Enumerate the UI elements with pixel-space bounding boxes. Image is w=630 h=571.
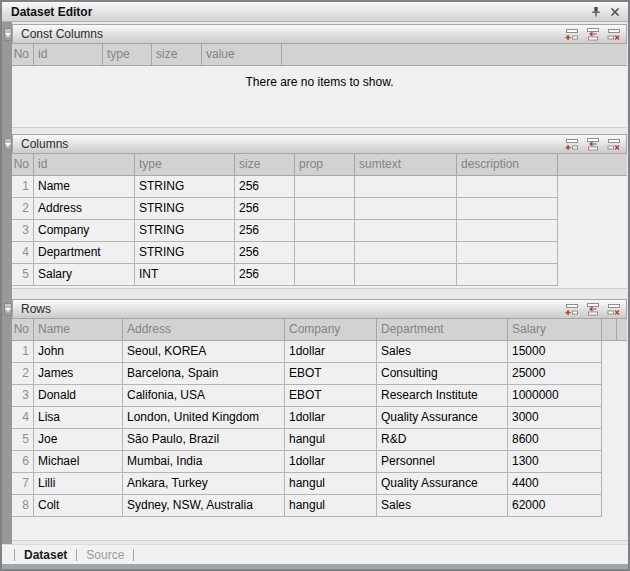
table-cell[interactable]: 62000 [508, 495, 602, 516]
table-row[interactable]: 1NameSTRING256 [12, 176, 558, 198]
table-cell[interactable]: EBOT [285, 385, 377, 406]
insert-row-button[interactable] [584, 137, 600, 151]
table-cell[interactable]: Califonia, USA [123, 385, 285, 406]
table-cell[interactable]: 4400 [508, 473, 602, 494]
table-cell[interactable]: Company [34, 220, 135, 241]
table-cell[interactable]: 256 [235, 176, 295, 197]
table-cell[interactable]: São Paulo, Brazil [123, 429, 285, 450]
tab-dataset[interactable]: Dataset [15, 548, 76, 562]
table-row[interactable]: 5SalaryINT256 [12, 264, 558, 286]
insert-row-button[interactable] [584, 302, 600, 316]
collapse-button[interactable] [4, 138, 12, 151]
row-number-cell[interactable]: 8 [12, 495, 34, 516]
collapse-button[interactable] [4, 303, 12, 316]
table-cell[interactable]: 1000000 [508, 385, 602, 406]
table-cell[interactable]: 25000 [508, 363, 602, 384]
table-cell[interactable]: 1300 [508, 451, 602, 472]
table-cell[interactable] [355, 220, 457, 241]
table-cell[interactable]: Quality Assurance [377, 407, 508, 428]
table-cell[interactable] [295, 264, 355, 285]
table-cell[interactable]: 1dollar [285, 341, 377, 362]
table-cell[interactable] [457, 242, 558, 263]
table-cell[interactable]: James [34, 363, 123, 384]
table-cell[interactable] [355, 242, 457, 263]
table-row[interactable]: 7LilliAnkara, TurkeyhangulQuality Assura… [12, 473, 602, 495]
table-cell[interactable]: Lisa [34, 407, 123, 428]
table-cell[interactable] [457, 198, 558, 219]
table-cell[interactable]: INT [135, 264, 235, 285]
table-cell[interactable] [457, 176, 558, 197]
table-cell[interactable]: hangul [285, 495, 377, 516]
table-row[interactable]: 3DonaldCalifonia, USAEBOTResearch Instit… [12, 385, 602, 407]
table-cell[interactable] [355, 198, 457, 219]
table-row[interactable]: 5JoeSão Paulo, BrazilhangulR&D8600 [12, 429, 602, 451]
row-number-cell[interactable]: 3 [12, 385, 34, 406]
table-cell[interactable]: hangul [285, 473, 377, 494]
table-cell[interactable]: Address [34, 198, 135, 219]
table-cell[interactable]: Lilli [34, 473, 123, 494]
row-number-cell[interactable]: 4 [12, 407, 34, 428]
table-cell[interactable]: Joe [34, 429, 123, 450]
table-cell[interactable]: Research Institute [377, 385, 508, 406]
table-cell[interactable] [355, 176, 457, 197]
row-number-cell[interactable]: 1 [12, 176, 34, 197]
table-cell[interactable] [295, 198, 355, 219]
row-number-cell[interactable]: 5 [12, 264, 34, 285]
row-number-cell[interactable]: 2 [12, 363, 34, 384]
collapse-button[interactable] [4, 28, 12, 41]
add-row-button[interactable] [563, 137, 579, 151]
table-cell[interactable]: Salary [34, 264, 135, 285]
tab-source[interactable]: Source [77, 548, 133, 562]
table-cell[interactable]: STRING [135, 242, 235, 263]
table-cell[interactable]: STRING [135, 198, 235, 219]
table-cell[interactable]: 3000 [508, 407, 602, 428]
row-number-cell[interactable]: 2 [12, 198, 34, 219]
add-row-button[interactable] [563, 302, 579, 316]
table-cell[interactable] [457, 220, 558, 241]
table-cell[interactable]: 256 [235, 198, 295, 219]
table-cell[interactable] [355, 264, 457, 285]
table-cell[interactable]: Name [34, 176, 135, 197]
table-cell[interactable] [295, 176, 355, 197]
table-row[interactable]: 8ColtSydney, NSW, AustraliahangulSales62… [12, 495, 602, 517]
table-row[interactable]: 2JamesBarcelona, SpainEBOTConsulting2500… [12, 363, 602, 385]
table-cell[interactable]: 15000 [508, 341, 602, 362]
row-number-cell[interactable]: 1 [12, 341, 34, 362]
table-cell[interactable]: 1dollar [285, 407, 377, 428]
table-cell[interactable]: R&D [377, 429, 508, 450]
row-number-cell[interactable]: 7 [12, 473, 34, 494]
table-cell[interactable] [295, 242, 355, 263]
delete-row-button[interactable] [605, 137, 621, 151]
table-cell[interactable]: London, United Kingdom [123, 407, 285, 428]
table-cell[interactable]: Sales [377, 495, 508, 516]
table-cell[interactable]: John [34, 341, 123, 362]
pin-button[interactable] [588, 5, 603, 19]
row-number-cell[interactable]: 4 [12, 242, 34, 263]
insert-row-button[interactable] [584, 27, 600, 41]
table-cell[interactable]: Quality Assurance [377, 473, 508, 494]
table-row[interactable]: 3CompanySTRING256 [12, 220, 558, 242]
table-cell[interactable]: Department [34, 242, 135, 263]
table-cell[interactable]: Personnel [377, 451, 508, 472]
table-cell[interactable]: 1dollar [285, 451, 377, 472]
table-cell[interactable]: Barcelona, Spain [123, 363, 285, 384]
table-cell[interactable]: EBOT [285, 363, 377, 384]
table-cell[interactable]: Sales [377, 341, 508, 362]
table-cell[interactable]: Colt [34, 495, 123, 516]
row-number-cell[interactable]: 6 [12, 451, 34, 472]
table-cell[interactable]: Sydney, NSW, Australia [123, 495, 285, 516]
delete-row-button[interactable] [605, 27, 621, 41]
table-cell[interactable]: 256 [235, 242, 295, 263]
table-cell[interactable]: STRING [135, 220, 235, 241]
table-cell[interactable]: Consulting [377, 363, 508, 384]
table-cell[interactable]: Donald [34, 385, 123, 406]
table-cell[interactable]: 256 [235, 220, 295, 241]
table-cell[interactable]: Michael [34, 451, 123, 472]
table-row[interactable]: 4DepartmentSTRING256 [12, 242, 558, 264]
row-number-cell[interactable]: 5 [12, 429, 34, 450]
table-row[interactable]: 6MichaelMumbai, India1dollarPersonnel130… [12, 451, 602, 473]
table-cell[interactable]: Mumbai, India [123, 451, 285, 472]
table-cell[interactable]: Ankara, Turkey [123, 473, 285, 494]
table-cell[interactable]: hangul [285, 429, 377, 450]
table-cell[interactable]: STRING [135, 176, 235, 197]
